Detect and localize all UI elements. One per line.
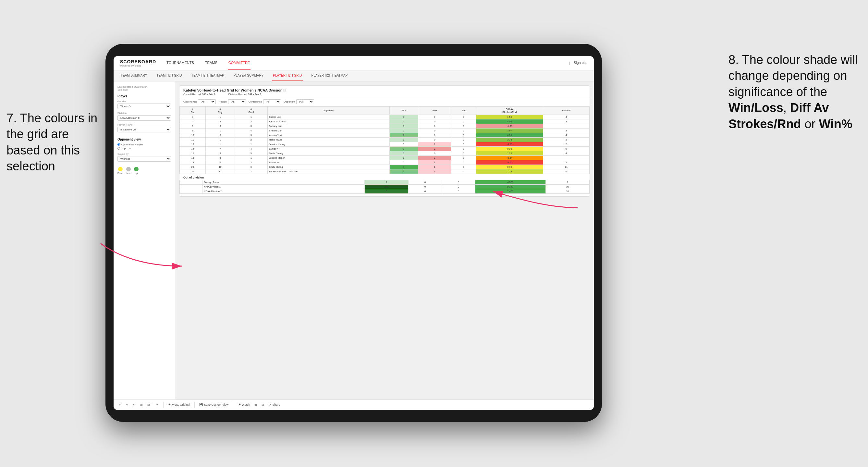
cell-conf: 4 — [235, 128, 268, 133]
cell-conf: 1 — [235, 155, 268, 160]
nav-item-committee[interactable]: COMMITTEE — [228, 56, 250, 70]
cell-conf: 6 — [235, 164, 268, 169]
cell-reg: 10 — [206, 164, 235, 169]
logo-area: SCOREBOARD Powered by clippd — [120, 59, 156, 67]
nav-item-teams[interactable]: TEAMS — [205, 56, 218, 70]
cell-opponent: NCAA Division 2 — [203, 189, 365, 193]
table-row: 9 1 4 Sharon Mun 1 0 0 3.67 3 — [180, 128, 590, 133]
gender-select[interactable]: Women's Men's — [118, 103, 171, 109]
sidebar: Last Updated: 27/03/2024 16:55:38 Player… — [114, 82, 175, 400]
layout-btn[interactable]: ⊞ — [253, 402, 258, 407]
sub-nav-player-h2h-heatmap[interactable]: PLAYER H2H HEATMAP — [311, 70, 348, 81]
cell-rounds: 3 — [543, 119, 589, 124]
cell-loss: 0 — [408, 184, 442, 189]
sign-out-link[interactable]: Sign out — [573, 56, 587, 70]
cell-diff: -5.00 — [476, 160, 543, 164]
cell-reg: 7 — [206, 146, 235, 151]
save-icon: 💾 — [199, 403, 203, 406]
conference-select[interactable]: (All) — [263, 99, 281, 104]
sub-nav-player-h2h-grid[interactable]: PLAYER H2H GRID — [272, 70, 303, 81]
cell-diff: 7.400 — [475, 189, 546, 193]
cell-div: 10 — [180, 133, 206, 137]
grid-btn[interactable]: ⊟ — [260, 402, 266, 407]
cell-opponent: Esther Lee — [268, 115, 390, 119]
cell-loss: 0 — [418, 151, 452, 155]
cell-div: 13 — [180, 142, 206, 146]
cell-loss: 1 — [418, 142, 452, 146]
legend-up: Up — [134, 167, 138, 174]
cell-rounds: 2 — [543, 160, 589, 164]
opponent-view-title: Opponent view — [118, 137, 171, 141]
cell-opponent: Eunice Yi — [268, 146, 390, 151]
share-btn[interactable]: ↗ Share — [268, 402, 281, 407]
cell-reg: 3 — [206, 124, 235, 128]
cell-tie: 0 — [452, 128, 476, 133]
sub-nav-team-h2h-grid[interactable]: TEAM H2H GRID — [156, 70, 183, 81]
legend-down: Down — [118, 167, 123, 174]
grid-area: Katelyn Vo Head-to-Head Grid for Women's… — [175, 82, 594, 400]
legend-down-dot — [118, 167, 123, 172]
cell-win: 1 — [390, 119, 418, 124]
tablet-screen: SCOREBOARD Powered by clippd TOURNAMENTS… — [114, 56, 594, 410]
cell-rounds: 3 — [543, 137, 589, 142]
division-select[interactable]: NCAA Division III NCAA Division I NCAA D… — [118, 115, 171, 121]
cell-reg: 3 — [206, 155, 235, 160]
colour-by-select[interactable]: Win/loss Diff Av Strokes/Rnd Win% — [118, 156, 171, 162]
undo-btn[interactable]: ↩ — [118, 402, 123, 407]
cell-opponent: Emily Chang — [268, 164, 390, 169]
gender-label: Gender — [118, 100, 171, 103]
save-custom-btn[interactable]: 💾 Save Custom View — [198, 402, 230, 407]
out-of-division-row: NAIA Division 1 15 0 0 9.267 30 — [180, 184, 590, 189]
cell-loss: 0 — [418, 133, 452, 137]
cell-win: 15 — [364, 184, 408, 189]
sub-nav-team-summary[interactable]: TEAM SUMMARY — [120, 70, 148, 81]
cell-rounds — [543, 124, 589, 128]
sub-nav-team-h2h-heatmap[interactable]: TEAM H2H HEATMAP — [191, 70, 225, 81]
refresh-btn[interactable]: ⟳ — [155, 402, 160, 407]
cell-win: 1 — [390, 124, 418, 128]
cell-conf: 2 — [235, 137, 268, 142]
cell-opponent: Foreign Team — [203, 180, 365, 184]
cell-rounds: 4 — [543, 133, 589, 137]
cell-reg: 1 — [206, 142, 235, 146]
legend-up-dot — [134, 167, 138, 172]
undo2-btn[interactable]: ↩ — [132, 402, 137, 407]
cell-win: 0 — [390, 142, 418, 146]
cell-tie: 0 — [452, 133, 476, 137]
table-row: 20 11 7 Federica Domecq Lacroze 2 1 0 1.… — [180, 169, 590, 174]
radio-top100[interactable]: Top 100 — [118, 147, 171, 150]
opponent-select[interactable]: (All) — [296, 99, 314, 104]
cell-diff: -0.94 — [476, 155, 543, 160]
cell-rounds: 4 — [543, 151, 589, 155]
col-div: #Div — [180, 106, 206, 115]
redo-btn[interactable]: ↪ — [125, 402, 130, 407]
nav-items: TOURNAMENTS TEAMS COMMITTEE — [166, 56, 569, 70]
cell-opponent: NAIA Division 1 — [203, 184, 365, 189]
cell-conf: 2 — [235, 119, 268, 124]
grid-title-area: Katelyn Vo Head-to-Head Grid for Women's… — [180, 86, 590, 97]
overall-record: Overall Record: 353 - 34 - 6 — [183, 93, 215, 96]
logo-text: SCOREBOARD — [120, 59, 156, 64]
opponents-select[interactable]: (All) — [198, 99, 216, 104]
cell-div: 9 — [180, 128, 206, 133]
sub-nav-player-summary[interactable]: PLAYER SUMMARY — [233, 70, 264, 81]
legend-level: Level — [126, 167, 131, 174]
nav-item-tournaments[interactable]: TOURNAMENTS — [166, 56, 195, 70]
copy-btn[interactable]: ⊞ — [139, 402, 144, 407]
legend-level-dot — [126, 167, 131, 172]
cell-diff: 1.25 — [476, 151, 543, 155]
player-rank-select[interactable]: 8. Katelyn Vo — [118, 127, 171, 132]
paste-btn[interactable]: ⊡ · — [146, 402, 153, 407]
radio-opponents-played[interactable]: Opponents Played — [118, 143, 171, 146]
cell-opponent: Sydney Kuo — [268, 124, 390, 128]
cell-loss: 2 — [418, 146, 452, 151]
view-original-btn[interactable]: 👁 View: Original — [167, 402, 191, 407]
watch-btn[interactable]: 👁 Watch — [237, 402, 251, 407]
cell-div: 6 — [180, 124, 206, 128]
out-of-division-title: Out of division — [180, 174, 590, 180]
cell-diff: 3.67 — [476, 128, 543, 133]
cell-diff: 1.50 — [476, 115, 543, 119]
region-select[interactable]: (All) — [228, 99, 246, 104]
grid-card: Katelyn Vo Head-to-Head Grid for Women's… — [179, 85, 590, 197]
opponent-view-section: Opponent view Opponents Played Top 100 — [118, 137, 171, 150]
